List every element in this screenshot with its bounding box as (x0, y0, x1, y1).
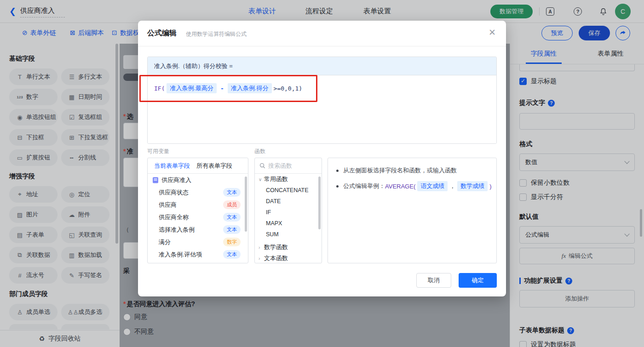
variables-root[interactable]: 供应商准入 (148, 174, 248, 186)
formula-edit-modal: 公式编辑 使用数学运算符编辑公式 ✕ 准入条例.（辅助）得分校验 = IF( 准… (138, 21, 506, 296)
formula-field-token[interactable]: 准入条例.得分 (228, 83, 272, 93)
formula-arguments: >=0,0,1) (274, 85, 303, 92)
formula-input-area[interactable]: IF( 准入条例.最高分 - 准入条例.得分 >=0,0,1) (148, 75, 496, 144)
formula-field-token[interactable]: 准入条例.最高分 (167, 83, 217, 93)
close-icon[interactable]: ✕ (489, 28, 496, 37)
tab-current-form-fields[interactable]: 当前表单字段 (154, 162, 190, 170)
function-item[interactable]: CONCATENATE (255, 185, 322, 196)
hint-line-2: 公式编辑举例： AVERAGE( 语文成绩 ， 数学成绩 ) (334, 181, 490, 191)
caret-right-icon: › (259, 245, 264, 250)
variable-item[interactable]: 供应商全称文本 (148, 211, 248, 223)
formula-expression: IF( 准入条例.最高分 - 准入条例.得分 >=0,0,1) (154, 83, 302, 93)
type-badge: 文本 (223, 213, 241, 222)
function-item[interactable]: SUM (255, 229, 322, 240)
example-function-name: AVERAGE( (385, 183, 415, 190)
hint-line-1: 从左侧面板选择字段名和函数，或输入函数 (334, 166, 490, 175)
caret-right-icon: › (259, 256, 264, 261)
formula-operator: - (220, 85, 224, 92)
variable-item[interactable]: 准入条例.评估项文本 (148, 248, 248, 261)
variable-item[interactable]: 供应商成员 (148, 199, 248, 211)
variable-item[interactable]: 满分数字 (148, 236, 248, 248)
variables-label: 可用变量 (147, 148, 169, 155)
type-badge: 文本 (223, 188, 241, 197)
modal-subtitle: 使用数学运算符编辑公式 (186, 30, 247, 38)
variables-scrollbar[interactable] (245, 176, 247, 232)
confirm-button[interactable]: 确定 (459, 273, 497, 288)
formula-editor: 准入条例.（辅助）得分校验 = IF( 准入条例.最高分 - 准入条例.得分 >… (147, 57, 497, 144)
function-group-common[interactable]: ∨常用函数 (255, 174, 322, 185)
function-item[interactable]: IF (255, 207, 322, 218)
functions-scrollbar[interactable] (318, 176, 321, 229)
hint-panel: 从左侧面板选择字段名和函数，或输入函数 公式编辑举例： AVERAGE( 语文成… (328, 158, 497, 263)
function-search[interactable] (255, 158, 322, 174)
functions-label: 函数 (254, 148, 265, 155)
variable-item[interactable]: 选择准入条例文本 (148, 223, 248, 236)
form-doc-icon (152, 177, 159, 183)
variables-panel: 当前表单字段 所有表单字段 供应商准入 供应商状态文本 供应商成员 供应商全称文… (147, 158, 248, 263)
type-badge: 成员 (223, 200, 241, 209)
function-group-math[interactable]: ›数学函数 (255, 242, 322, 253)
formula-target-bar: 准入条例.（辅助）得分校验 = (148, 57, 496, 75)
function-item[interactable]: DATE (255, 196, 322, 207)
type-badge: 文本 (223, 225, 241, 234)
modal-title: 公式编辑 (147, 28, 177, 38)
function-group-text[interactable]: ›文本函数 (255, 253, 322, 263)
type-badge: 文本 (223, 250, 241, 259)
function-item[interactable]: MAPX (255, 218, 322, 229)
caret-down-icon: ∨ (259, 177, 264, 182)
app-root: ❮ 供应商准入 表单设计 流程设定 表单设置 数据管理 A ? C ⊘表单外链 … (0, 0, 644, 347)
cancel-button[interactable]: 取消 (416, 273, 451, 288)
search-icon (259, 163, 265, 169)
formula-function-name: IF( (154, 85, 165, 92)
functions-panel: ∨常用函数 CONCATENATE DATE IF MAPX SUM ›数学函数… (254, 158, 322, 263)
example-field-token: 语文成绩 (417, 181, 448, 191)
example-field-token: 数学成绩 (457, 181, 488, 191)
function-search-input[interactable] (268, 162, 314, 169)
variable-item[interactable]: 供应商状态文本 (148, 186, 248, 199)
modal-header: 公式编辑 使用数学运算符编辑公式 ✕ (138, 21, 506, 46)
type-badge: 数字 (223, 238, 241, 246)
variables-tabs: 当前表单字段 所有表单字段 (148, 158, 248, 174)
tab-all-form-fields[interactable]: 所有表单字段 (196, 162, 232, 170)
